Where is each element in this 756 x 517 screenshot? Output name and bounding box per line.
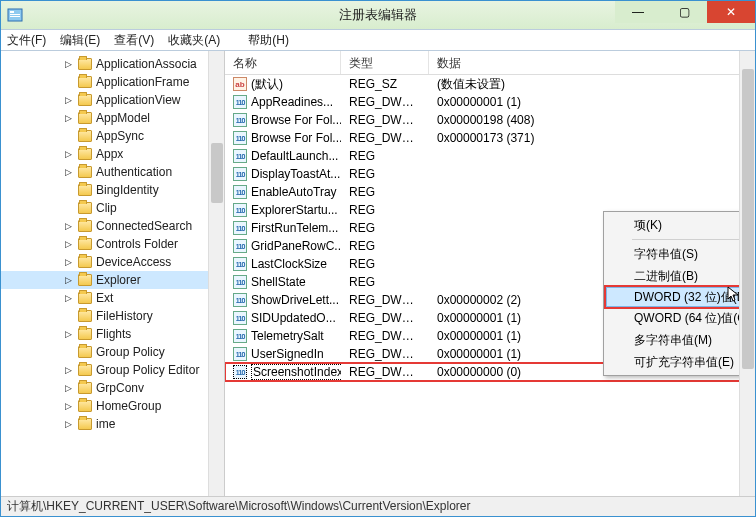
menu-item[interactable]: 查看(V) [114, 32, 154, 49]
context-menu-item[interactable]: 字符串值(S) [606, 243, 755, 265]
tree-item[interactable]: FileHistory [1, 307, 224, 325]
tree-expand-icon[interactable]: ▷ [63, 239, 74, 250]
window-controls: — ▢ ✕ [615, 1, 755, 23]
value-row[interactable]: DefaultLaunch...REG [225, 147, 755, 165]
context-menu-item[interactable]: 多字符串值(M) [606, 329, 755, 351]
tree-expand-icon[interactable] [63, 185, 74, 196]
col-name[interactable]: 名称 [225, 51, 341, 74]
value-type-icon [233, 365, 247, 379]
tree-expand-icon[interactable] [63, 203, 74, 214]
folder-icon [78, 418, 92, 430]
regedit-window: 注册表编辑器 — ▢ ✕ 文件(F)编辑(E)查看(V)收藏夹(A)帮助(H) … [0, 0, 756, 517]
tree-expand-icon[interactable] [63, 131, 74, 142]
content-area: ▷ApplicationAssociaApplicationFrame▷Appl… [1, 51, 755, 496]
tree-expand-icon[interactable] [63, 347, 74, 358]
tree-item[interactable]: ▷HomeGroup [1, 397, 224, 415]
folder-icon [78, 328, 92, 340]
menu-item[interactable]: 帮助(H) [248, 32, 289, 49]
tree-item[interactable]: BingIdentity [1, 181, 224, 199]
tree-item[interactable]: ▷ConnectedSearch [1, 217, 224, 235]
statusbar-path: 计算机\HKEY_CURRENT_USER\Software\Microsoft… [7, 498, 470, 515]
tree-expand-icon[interactable]: ▷ [63, 401, 74, 412]
folder-icon [78, 76, 92, 88]
tree-expand-icon[interactable]: ▷ [63, 149, 74, 160]
value-type-icon [233, 329, 247, 343]
value-row[interactable]: AppReadines...REG_DWORD0x00000001 (1) [225, 93, 755, 111]
minimize-button[interactable]: — [615, 1, 661, 23]
folder-icon [78, 346, 92, 358]
tree-expand-icon[interactable]: ▷ [63, 383, 74, 394]
value-row[interactable]: EnableAutoTrayREG [225, 183, 755, 201]
folder-icon [78, 382, 92, 394]
tree-item[interactable]: ▷Appx [1, 145, 224, 163]
tree-item[interactable]: ▷ime [1, 415, 224, 433]
tree-expand-icon[interactable]: ▷ [63, 95, 74, 106]
folder-icon [78, 238, 92, 250]
tree-expand-icon[interactable]: ▷ [63, 113, 74, 124]
titlebar[interactable]: 注册表编辑器 — ▢ ✕ [1, 1, 755, 29]
folder-icon [78, 364, 92, 376]
tree-expand-icon[interactable]: ▷ [63, 365, 74, 376]
context-menu-item[interactable]: 二进制值(B) [606, 265, 755, 287]
folder-icon [78, 220, 92, 232]
value-type-icon [233, 239, 247, 253]
tree-expand-icon[interactable]: ▷ [63, 419, 74, 430]
list-scrollbar[interactable] [739, 51, 755, 496]
value-type-icon [233, 95, 247, 109]
tree-item[interactable]: ▷Ext [1, 289, 224, 307]
value-type-icon [233, 149, 247, 163]
value-row[interactable]: (默认)REG_SZ(数值未设置) [225, 75, 755, 93]
tree-expand-icon[interactable]: ▷ [63, 257, 74, 268]
tree-item[interactable]: AppSync [1, 127, 224, 145]
tree-item[interactable]: ▷Explorer [1, 271, 224, 289]
value-type-icon [233, 113, 247, 127]
tree-item[interactable]: ▷GrpConv [1, 379, 224, 397]
tree-expand-icon[interactable]: ▷ [63, 59, 74, 70]
tree-item[interactable]: ApplicationFrame [1, 73, 224, 91]
tree-item[interactable]: ▷ApplicationView [1, 91, 224, 109]
value-type-icon [233, 293, 247, 307]
menu-item[interactable]: 收藏夹(A) [168, 32, 220, 49]
value-type-icon [233, 185, 247, 199]
list-header[interactable]: 名称 类型 数据 [225, 51, 755, 75]
tree-expand-icon[interactable]: ▷ [63, 293, 74, 304]
value-type-icon [233, 131, 247, 145]
registry-tree[interactable]: ▷ApplicationAssociaApplicationFrame▷Appl… [1, 51, 225, 496]
folder-icon [78, 310, 92, 322]
col-data[interactable]: 数据 [429, 51, 755, 74]
tree-expand-icon[interactable]: ▷ [63, 221, 74, 232]
context-menu-item[interactable]: QWORD (64 位)值(Q) [606, 307, 755, 329]
tree-item[interactable]: ▷Authentication [1, 163, 224, 181]
tree-item[interactable]: Group Policy [1, 343, 224, 361]
tree-expand-icon[interactable]: ▷ [63, 275, 74, 286]
value-type-icon [233, 221, 247, 235]
tree-item[interactable]: ▷AppModel [1, 109, 224, 127]
folder-icon [78, 94, 92, 106]
tree-item[interactable]: ▷Flights [1, 325, 224, 343]
tree-item[interactable]: Clip [1, 199, 224, 217]
tree-expand-icon[interactable]: ▷ [63, 329, 74, 340]
value-row[interactable]: Browse For Fol...REG_DWORD0x00000173 (37… [225, 129, 755, 147]
value-type-icon [233, 77, 247, 91]
folder-icon [78, 274, 92, 286]
tree-expand-icon[interactable]: ▷ [63, 167, 74, 178]
tree-expand-icon[interactable] [63, 311, 74, 322]
tree-scrollbar[interactable] [208, 51, 224, 496]
context-menu-item[interactable]: 项(K) [606, 214, 755, 236]
tree-item[interactable]: ▷DeviceAccess [1, 253, 224, 271]
menu-item[interactable]: 编辑(E) [60, 32, 100, 49]
value-row[interactable]: Browse For Fol...REG_DWORD0x00000198 (40… [225, 111, 755, 129]
maximize-button[interactable]: ▢ [661, 1, 707, 23]
context-menu-item[interactable]: 可扩充字符串值(E) [606, 351, 755, 373]
tree-item[interactable]: ▷ApplicationAssocia [1, 55, 224, 73]
folder-icon [78, 148, 92, 160]
folder-icon [78, 292, 92, 304]
tree-expand-icon[interactable] [63, 77, 74, 88]
value-row[interactable]: DisplayToastAt...REG [225, 165, 755, 183]
value-list: 名称 类型 数据 (默认)REG_SZ(数值未设置)AppReadines...… [225, 51, 755, 496]
menu-item[interactable]: 文件(F) [7, 32, 46, 49]
tree-item[interactable]: ▷Controls Folder [1, 235, 224, 253]
close-button[interactable]: ✕ [707, 1, 755, 23]
col-type[interactable]: 类型 [341, 51, 429, 74]
tree-item[interactable]: ▷Group Policy Editor [1, 361, 224, 379]
